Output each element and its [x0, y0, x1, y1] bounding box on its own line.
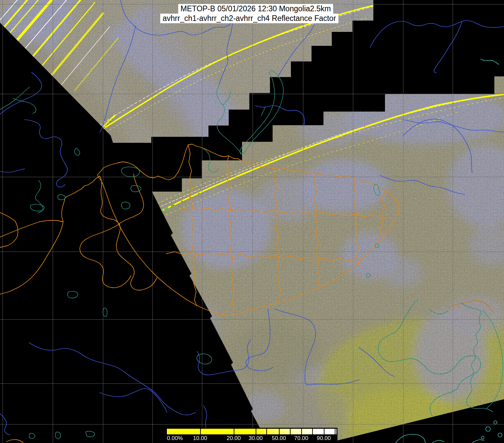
colorbar-label: 10.00 [193, 435, 207, 442]
colorbar-tick [312, 429, 313, 434]
colorbar-label: 90.00 [317, 435, 331, 442]
colorbar-tick [335, 429, 335, 434]
colorbar-label: 50.00 [272, 435, 286, 442]
colorbar-tick [290, 429, 291, 434]
colorbar-tick [256, 429, 256, 434]
colorbar-label: 30.00 [249, 435, 263, 442]
colorbar-label: 20.00 [227, 435, 241, 442]
colorbar-label: 70.00 [294, 435, 309, 442]
colorbar-startcap [167, 429, 168, 434]
colorbar-tick [301, 429, 302, 434]
title-line-1: METOP-B 05/01/2026 12:30 Mongolia2.5km [178, 4, 333, 14]
colorbar-tick [234, 429, 234, 434]
title-line-2: avhrr_ch1-avhrr_ch2-avhrr_ch4 Reflectanc… [160, 14, 338, 23]
colorbar-tick [324, 429, 324, 434]
map-canvas [0, 0, 504, 443]
colorbar: 0.00%10.0020.0030.0050.0070.0090.00 [165, 428, 337, 443]
colorbar-tick [200, 429, 201, 434]
satellite-image-display: METOP-B 05/01/2026 12:30 Mongolia2.5km a… [0, 0, 504, 443]
colorbar-bar [167, 429, 336, 434]
colorbar-label: 0.00% [167, 435, 183, 442]
colorbar-labels: 0.00%10.0020.0030.0050.0070.0090.00 [167, 435, 336, 442]
colorbar-tick [266, 429, 267, 434]
colorbar-tick [279, 429, 280, 434]
